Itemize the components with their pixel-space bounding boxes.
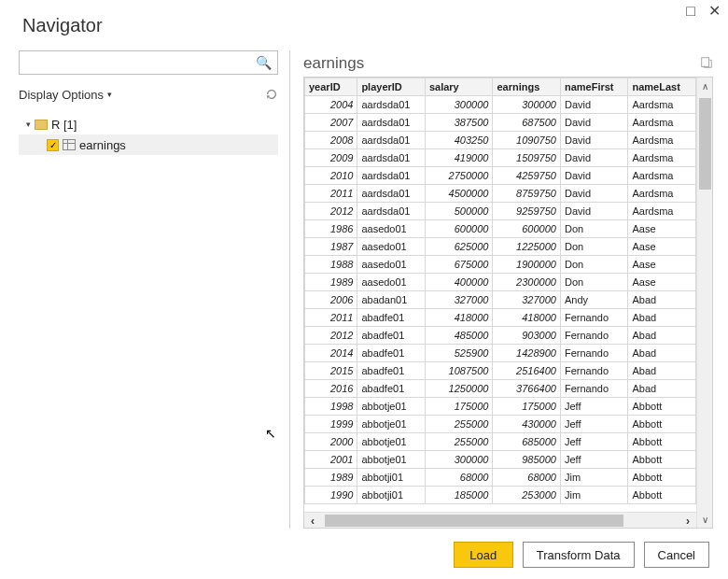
cell[interactable]: 300000 <box>493 96 561 114</box>
close-icon[interactable]: ✕ <box>708 4 721 19</box>
cell[interactable]: 3766400 <box>493 380 561 398</box>
cell[interactable]: abadfe01 <box>357 345 426 362</box>
cell[interactable]: 625000 <box>425 238 493 256</box>
cell[interactable]: 327000 <box>493 291 561 309</box>
cell[interactable]: Abad <box>628 309 696 327</box>
cell[interactable]: 403250 <box>425 132 493 149</box>
cell[interactable]: abadfe01 <box>357 327 426 345</box>
cell[interactable]: 903000 <box>493 327 561 345</box>
cell[interactable]: Andy <box>560 291 628 309</box>
cell[interactable]: 2004 <box>305 96 357 114</box>
cell[interactable]: abbotje01 <box>357 398 426 416</box>
cell[interactable]: 175000 <box>425 398 493 416</box>
cell[interactable]: 300000 <box>425 96 493 114</box>
cell[interactable]: 1090750 <box>493 132 561 149</box>
cell[interactable]: abadfe01 <box>357 380 426 398</box>
cell[interactable]: 1986 <box>305 220 357 238</box>
cell[interactable]: Fernando <box>560 327 628 345</box>
table-row[interactable]: 2012abadfe01485000903000FernandoAbad <box>305 327 696 345</box>
cell[interactable]: Aase <box>628 256 696 274</box>
cell[interactable]: David <box>560 132 628 149</box>
cell[interactable]: 1990 <box>305 487 357 504</box>
cell[interactable]: Abad <box>628 345 696 362</box>
cell[interactable]: abbotje01 <box>357 433 426 451</box>
cell[interactable]: David <box>560 167 628 185</box>
cell[interactable]: Aardsma <box>628 149 696 167</box>
cell[interactable]: David <box>560 114 628 132</box>
display-options-dropdown[interactable]: Display Options ▾ <box>19 88 112 102</box>
cell[interactable]: aasedo01 <box>357 256 426 274</box>
vertical-scrollbar[interactable]: ∧ ∨ <box>696 78 712 528</box>
cell[interactable]: abbotje01 <box>357 416 426 433</box>
cell[interactable]: David <box>560 96 628 114</box>
cell[interactable]: Aase <box>628 238 696 256</box>
scroll-up-icon[interactable]: ∧ <box>697 78 713 94</box>
cell[interactable]: 68000 <box>425 469 493 487</box>
cell[interactable]: Aardsma <box>628 203 696 220</box>
table-row[interactable]: 2011abadfe01418000418000FernandoAbad <box>305 309 696 327</box>
cell[interactable]: Aardsma <box>628 96 696 114</box>
cell[interactable]: Jeff <box>560 416 628 433</box>
cell[interactable]: 430000 <box>493 416 561 433</box>
cell[interactable]: 2010 <box>305 167 357 185</box>
cell[interactable]: abadfe01 <box>357 362 426 380</box>
table-row[interactable]: 2001abbotje01300000985000JeffAbbott <box>305 451 696 469</box>
cell[interactable]: 68000 <box>493 469 561 487</box>
cell[interactable]: 2014 <box>305 345 357 362</box>
scroll-right-icon[interactable]: › <box>679 513 696 529</box>
table-row[interactable]: 2007aardsda01387500687500DavidAardsma <box>305 114 696 132</box>
cell[interactable]: Abbott <box>628 487 696 504</box>
table-row[interactable]: 2004aardsda01300000300000DavidAardsma <box>305 96 696 114</box>
cell[interactable]: 9259750 <box>493 203 561 220</box>
cell[interactable]: 1225000 <box>493 238 561 256</box>
cell[interactable]: Fernando <box>560 345 628 362</box>
tree-root-r[interactable]: ▾ R [1] <box>19 114 278 134</box>
cell[interactable]: 1998 <box>305 398 357 416</box>
refresh-icon[interactable] <box>265 88 278 101</box>
cell[interactable]: 2012 <box>305 203 357 220</box>
cell[interactable]: Abad <box>628 327 696 345</box>
column-header[interactable]: playerID <box>357 78 426 96</box>
cell[interactable]: 8759750 <box>493 185 561 203</box>
cell[interactable]: aasedo01 <box>357 220 426 238</box>
table-row[interactable]: 2010aardsda0127500004259750DavidAardsma <box>305 167 696 185</box>
cell[interactable]: Aardsma <box>628 185 696 203</box>
cell[interactable]: 675000 <box>425 256 493 274</box>
expand-icon[interactable]: ▾ <box>26 120 31 129</box>
table-row[interactable]: 1989abbotji016800068000JimAbbott <box>305 469 696 487</box>
checkbox-checked-icon[interactable]: ✓ <box>47 139 59 151</box>
table-row[interactable]: 2000abbotje01255000685000JeffAbbott <box>305 433 696 451</box>
cell[interactable]: 418000 <box>493 309 561 327</box>
scroll-down-icon[interactable]: ∨ <box>697 511 713 528</box>
table-row[interactable]: 2016abadfe0112500003766400FernandoAbad <box>305 380 696 398</box>
table-row[interactable]: 2014abadfe015259001428900FernandoAbad <box>305 345 696 362</box>
cell[interactable]: 687500 <box>493 114 561 132</box>
cell[interactable]: aardsda01 <box>357 149 426 167</box>
table-row[interactable]: 2008aardsda014032501090750DavidAardsma <box>305 132 696 149</box>
cell[interactable]: abbotje01 <box>357 451 426 469</box>
cell[interactable]: 600000 <box>425 220 493 238</box>
search-input[interactable] <box>20 51 277 74</box>
cell[interactable]: 2006 <box>305 291 357 309</box>
load-button[interactable]: Load <box>454 542 513 568</box>
column-header[interactable]: yearID <box>305 78 357 96</box>
cell[interactable]: 175000 <box>493 398 561 416</box>
cell[interactable]: Abad <box>628 291 696 309</box>
cell[interactable]: 387500 <box>425 114 493 132</box>
cell[interactable]: 2009 <box>305 149 357 167</box>
cell[interactable]: 685000 <box>493 433 561 451</box>
horizontal-scrollbar[interactable]: ‹ › <box>304 512 696 528</box>
transform-data-button[interactable]: Transform Data <box>523 542 635 568</box>
cell[interactable]: aardsda01 <box>357 132 426 149</box>
cell[interactable]: aasedo01 <box>357 274 426 291</box>
cell[interactable]: Aase <box>628 274 696 291</box>
table-row[interactable]: 2009aardsda014190001509750DavidAardsma <box>305 149 696 167</box>
cell[interactable]: Aardsma <box>628 132 696 149</box>
cell[interactable]: 985000 <box>493 451 561 469</box>
column-header[interactable]: earnings <box>493 78 561 96</box>
cell[interactable]: abadfe01 <box>357 309 426 327</box>
maximize-icon[interactable]: □ <box>686 4 695 19</box>
table-row[interactable]: 2012aardsda015000009259750DavidAardsma <box>305 203 696 220</box>
column-header[interactable]: nameFirst <box>560 78 628 96</box>
cell[interactable]: 2011 <box>305 185 357 203</box>
